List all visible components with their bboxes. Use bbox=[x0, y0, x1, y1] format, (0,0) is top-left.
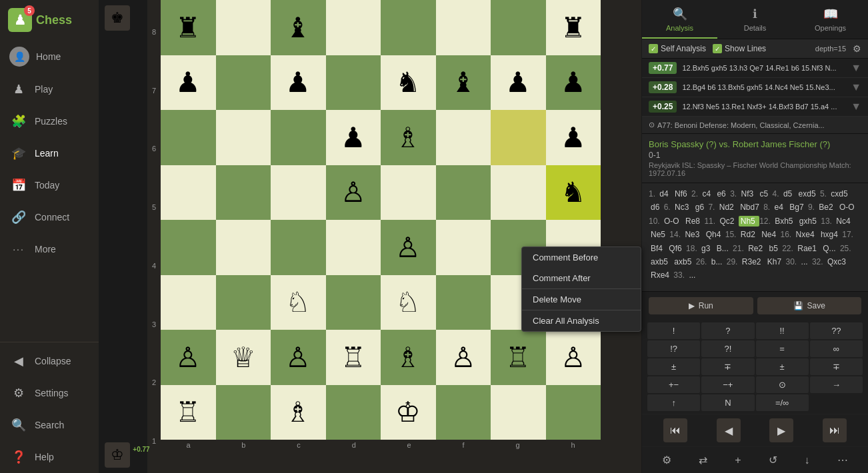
ann-decisive-white[interactable]: +− bbox=[647, 376, 700, 393]
settings-gear-icon[interactable]: ⚙ bbox=[853, 43, 861, 54]
cell-e1[interactable]: ♔ bbox=[381, 385, 436, 440]
cell-e6[interactable]: ♗ bbox=[381, 110, 436, 165]
ann-circle[interactable]: ⊙ bbox=[756, 376, 809, 393]
sidebar-item-connect[interactable]: 🔗 Connect bbox=[0, 201, 99, 233]
cell-c5[interactable] bbox=[271, 165, 326, 221]
ann-exclaim-question[interactable]: !? bbox=[647, 340, 700, 357]
move-5-w[interactable]: cxd5 bbox=[829, 189, 849, 199]
cell-f2[interactable]: ♙ bbox=[436, 330, 491, 385]
move-2-b[interactable]: e6 bbox=[715, 189, 730, 199]
move-16-b[interactable]: hxg4 bbox=[819, 229, 842, 240]
engine-line-3[interactable]: +0.25 12.Nf3 Ne5 13.Re1 Nxf3+ 14.Bxf3 Bd… bbox=[642, 97, 868, 117]
cell-g1[interactable] bbox=[491, 385, 546, 440]
cell-h2[interactable]: ♙ bbox=[546, 330, 601, 385]
move-30-w[interactable]: ... bbox=[799, 256, 812, 267]
cell-e2[interactable]: ♗ bbox=[381, 330, 436, 385]
cell-d4[interactable] bbox=[326, 220, 381, 275]
tab-analysis[interactable]: 🔍 Analysis bbox=[642, 0, 717, 39]
cell-g5[interactable] bbox=[491, 165, 546, 221]
sidebar-item-more[interactable]: ··· More bbox=[0, 233, 99, 265]
cell-b1[interactable] bbox=[216, 385, 271, 440]
expand-icon-1[interactable]: ▼ bbox=[851, 62, 861, 74]
move-1-w[interactable]: d4 bbox=[657, 189, 673, 199]
cell-d1[interactable] bbox=[326, 385, 381, 440]
cell-c3[interactable]: ♘ bbox=[271, 275, 326, 330]
move-21-w[interactable]: Re2 bbox=[746, 243, 767, 254]
cell-a7[interactable]: ♟ bbox=[161, 55, 216, 111]
cell-a6[interactable] bbox=[161, 110, 216, 165]
expand-icon-2[interactable]: ▼ bbox=[851, 81, 861, 93]
cell-b2[interactable]: ♕ bbox=[216, 330, 271, 385]
show-lines-checkbox[interactable]: ✓ bbox=[713, 44, 722, 53]
nav-last[interactable]: ⏭ bbox=[823, 418, 847, 442]
cell-b4[interactable] bbox=[216, 220, 271, 275]
sidebar-item-today[interactable]: 📅 Today bbox=[0, 169, 99, 201]
move-15-w[interactable]: Rd2 bbox=[739, 229, 759, 240]
ann-up-arrow[interactable]: ↑ bbox=[647, 394, 700, 411]
ann-question-exclaim[interactable]: ?! bbox=[701, 340, 754, 357]
cell-c8[interactable]: ♝ bbox=[271, 0, 326, 55]
sidebar-item-home[interactable]: 👤 Home bbox=[0, 40, 99, 73]
move-17-w[interactable]: Bf4 bbox=[649, 243, 667, 254]
show-lines-option[interactable]: ✓ Show Lines bbox=[713, 44, 766, 53]
ann-minus-plus2[interactable]: ∓ bbox=[810, 358, 863, 375]
move-13-b[interactable]: Ne5 bbox=[649, 229, 669, 240]
ctx-comment-after[interactable]: Comment After bbox=[522, 268, 641, 288]
move-3-b[interactable]: c5 bbox=[758, 189, 773, 199]
move-18-w[interactable]: g3 bbox=[699, 243, 715, 254]
sidebar-item-collapse[interactable]: ◀ Collapse bbox=[0, 345, 99, 377]
move-9-b[interactable]: O-O bbox=[837, 202, 857, 213]
ann-double-question[interactable]: ?? bbox=[810, 322, 863, 339]
move-4-b[interactable]: exd5 bbox=[797, 189, 820, 199]
cell-h1[interactable] bbox=[546, 385, 601, 440]
cell-f1[interactable] bbox=[436, 385, 491, 440]
ann-novelty[interactable]: N bbox=[701, 394, 754, 411]
cell-f7[interactable]: ♝ bbox=[436, 55, 491, 111]
sidebar-item-play[interactable]: ♟ Play bbox=[0, 73, 99, 105]
sidebar-item-settings[interactable]: ⚙ Settings bbox=[0, 377, 99, 409]
cell-e8[interactable] bbox=[381, 0, 436, 55]
cell-c2[interactable]: ♙ bbox=[271, 330, 326, 385]
cell-c1[interactable]: ♗ bbox=[271, 385, 326, 440]
cell-g6[interactable] bbox=[491, 110, 546, 165]
engine-line-1[interactable]: +0.77 12.Bxh5 gxh5 13.h3 Qe7 14.Re1 b6 1… bbox=[642, 59, 868, 78]
ann-arrow[interactable]: → bbox=[810, 376, 863, 393]
sidebar-item-puzzles[interactable]: 🧩 Puzzles bbox=[0, 105, 99, 137]
move-17-b[interactable]: Qf6 bbox=[667, 243, 686, 254]
move-21-b[interactable]: b5 bbox=[767, 243, 783, 254]
ann-exclaim[interactable]: ! bbox=[647, 322, 700, 339]
tool-reload[interactable]: ↺ bbox=[765, 451, 781, 469]
cell-a3[interactable] bbox=[161, 275, 216, 330]
cell-d8[interactable] bbox=[326, 0, 381, 55]
move-6-b[interactable]: g6 bbox=[693, 202, 709, 213]
nav-prev[interactable]: ◀ bbox=[717, 418, 741, 442]
chess-board[interactable]: ♜ ♝ ♜ ♟ ♟ ♞ ♝ bbox=[161, 0, 601, 440]
cell-b5[interactable] bbox=[216, 165, 271, 221]
move-18-b[interactable]: B... bbox=[715, 243, 733, 254]
move-13-w[interactable]: Nc4 bbox=[834, 216, 852, 227]
tool-download[interactable]: ↓ bbox=[801, 451, 814, 469]
move-7-b[interactable]: Nbd7 bbox=[738, 202, 763, 213]
move-15-b[interactable]: Ne4 bbox=[759, 229, 780, 240]
ann-decisive-black[interactable]: −+ bbox=[701, 376, 754, 393]
cell-d7[interactable] bbox=[326, 55, 381, 111]
sidebar-item-help[interactable]: ❓ Help bbox=[0, 441, 99, 473]
ann-infinity[interactable]: ∞ bbox=[810, 340, 863, 357]
tool-flip[interactable]: ⇄ bbox=[695, 451, 711, 469]
move-25-w[interactable]: axb5 bbox=[649, 256, 672, 267]
move-10-b[interactable]: Re8 bbox=[683, 216, 704, 227]
cell-d2[interactable]: ♖ bbox=[326, 330, 381, 385]
cell-a8[interactable]: ♜ bbox=[161, 0, 216, 55]
chess-logo[interactable]: ♟ 5 bbox=[8, 8, 32, 32]
tab-details[interactable]: ℹ Details bbox=[717, 0, 793, 39]
cell-g2[interactable]: ♖ bbox=[491, 330, 546, 385]
ann-plus-minus2[interactable]: ± bbox=[756, 358, 809, 375]
move-list[interactable]: 1. d4 Nf6 2. c4 e6 3. Nf3 c5 4. d5 exd5 … bbox=[642, 183, 868, 291]
move-29-b[interactable]: Kh7 bbox=[765, 256, 786, 267]
cell-e3[interactable]: ♘ bbox=[381, 275, 436, 330]
save-button[interactable]: 💾 Save bbox=[757, 297, 862, 314]
cell-e4[interactable]: ♙ bbox=[381, 220, 436, 275]
move-3-w[interactable]: Nf3 bbox=[739, 189, 757, 199]
expand-icon-3[interactable]: ▼ bbox=[851, 101, 861, 113]
ann-question[interactable]: ? bbox=[701, 322, 754, 339]
